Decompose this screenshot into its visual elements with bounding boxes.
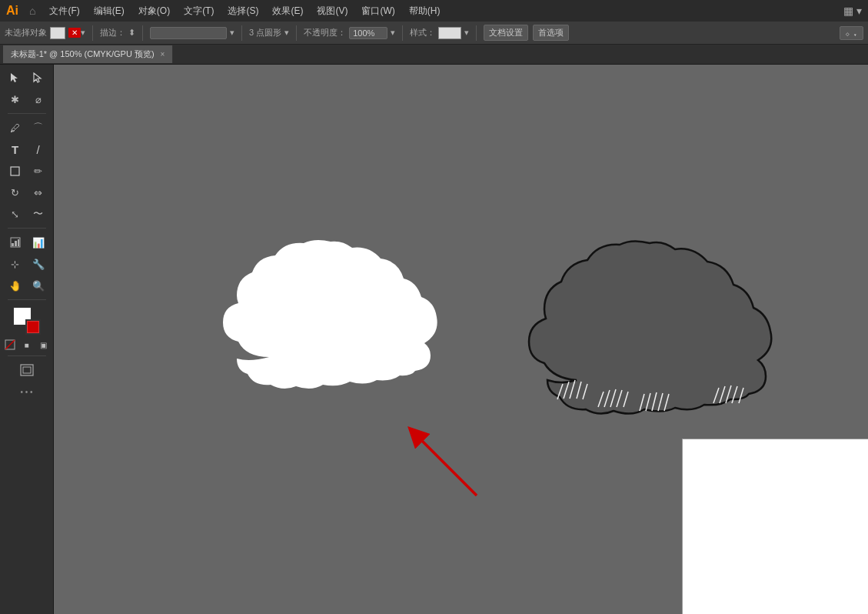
- opacity-input[interactable]: [349, 27, 387, 39]
- type-tool[interactable]: T: [5, 139, 26, 159]
- tool-row-2: ✱ ⌀: [5, 89, 49, 109]
- menu-object[interactable]: 对象(O): [132, 3, 176, 19]
- stroke-section: 描边： ⬍: [100, 27, 135, 38]
- brush-arrow[interactable]: ▾: [230, 28, 234, 38]
- svg-rect-5: [15, 241, 17, 246]
- scale-tool[interactable]: ⤡: [5, 204, 26, 224]
- app-logo: Ai: [6, 4, 18, 18]
- gradient-btn[interactable]: ▣: [36, 338, 52, 352]
- hand-tool[interactable]: 🤚: [5, 275, 26, 295]
- point-label: 3 点圆形: [249, 27, 281, 38]
- direct-selection-tool[interactable]: [28, 68, 49, 88]
- style-swatch[interactable]: [438, 27, 461, 39]
- menu-view[interactable]: 视图(V): [311, 3, 354, 19]
- tool-row-10: 🤚 🔍: [5, 275, 49, 295]
- stroke-updown[interactable]: ⬍: [128, 28, 135, 38]
- toolbar-right: ⬦ ▾: [840, 26, 863, 40]
- graph-tool[interactable]: [5, 232, 26, 252]
- svg-rect-9: [21, 365, 33, 375]
- menu-edit[interactable]: 编辑(E): [88, 3, 131, 19]
- toolbar: 未选择对象 ✕ ▾ 描边： ⬍ ▾ 3 点圆形 ▾ 不透明度： ▾ 样式： ▾ …: [0, 22, 868, 45]
- style-arrow[interactable]: ▾: [464, 28, 469, 38]
- style-section: 样式： ▾: [410, 27, 469, 39]
- tool-row-4: T /: [5, 139, 49, 159]
- selection-tool[interactable]: [5, 68, 26, 88]
- fill-swatch[interactable]: [50, 27, 65, 39]
- left-toolbar: ✱ ⌀ 🖊 ⌒ T / ✏ ↻ ⇔ ⤡ 〜: [0, 65, 54, 614]
- document-tab[interactable]: 未标题-1* @ 150% (CMYK/GPU 预览) ×: [3, 45, 173, 63]
- tool-row-1: [5, 68, 49, 88]
- doc-settings-btn[interactable]: 文档设置: [484, 25, 528, 41]
- eyedropper-tool[interactable]: 🔧: [28, 254, 49, 274]
- warp-tool[interactable]: 〜: [28, 204, 49, 224]
- pen-tool[interactable]: 🖊: [5, 118, 26, 138]
- svg-marker-1: [34, 73, 41, 82]
- tool-row-icons: [16, 360, 38, 380]
- preferences-btn[interactable]: 首选项: [533, 25, 569, 41]
- rect-tool[interactable]: [5, 161, 26, 181]
- no-selection-label: 未选择对象: [5, 27, 47, 38]
- menu-text[interactable]: 文字(T): [178, 3, 220, 19]
- svg-marker-0: [11, 73, 18, 82]
- extra-btn[interactable]: ⬦ ▾: [840, 26, 863, 40]
- svg-rect-2: [11, 167, 19, 175]
- menu-bar: 文件(F) 编辑(E) 对象(O) 文字(T) 选择(S) 效果(E) 视图(V…: [43, 3, 446, 19]
- separator-1: [92, 25, 93, 41]
- title-bar: Ai ⌂ 文件(F) 编辑(E) 对象(O) 文字(T) 选择(S) 效果(E)…: [0, 0, 868, 22]
- tool-sep-2: [8, 228, 46, 229]
- lasso-tool[interactable]: ⌀: [28, 89, 49, 109]
- tool-sep-1: [8, 113, 46, 114]
- menu-window[interactable]: 窗口(W): [355, 3, 401, 19]
- fill-stroke-indicator[interactable]: [13, 307, 41, 335]
- tool-sep-4: [8, 355, 46, 356]
- home-icon[interactable]: ⌂: [29, 5, 35, 17]
- column-graph-tool[interactable]: 📊: [28, 232, 49, 252]
- dark-cloud[interactable]: [515, 234, 800, 434]
- more-tools-btn[interactable]: • • •: [16, 382, 38, 402]
- line-tool[interactable]: /: [28, 139, 49, 159]
- separator-2: [142, 25, 143, 41]
- menu-help[interactable]: 帮助(H): [403, 3, 447, 19]
- white-cloud[interactable]: [208, 234, 454, 403]
- zoom-tool[interactable]: 🔍: [28, 275, 49, 295]
- opacity-arrow[interactable]: ▾: [391, 28, 395, 38]
- layout-switcher[interactable]: ▦ ▾: [843, 5, 862, 17]
- menu-effect[interactable]: 效果(E): [266, 3, 309, 19]
- menu-file[interactable]: 文件(F): [43, 3, 85, 19]
- reflect-tool[interactable]: ⇔: [28, 182, 49, 202]
- canvas-area[interactable]: [54, 65, 868, 614]
- point-arrow[interactable]: ▾: [284, 28, 289, 38]
- color-btn[interactable]: ■: [19, 338, 35, 352]
- magic-wand-tool[interactable]: ✱: [5, 89, 26, 109]
- tab-title: 未标题-1* @ 150% (CMYK/GPU 预览): [11, 48, 155, 60]
- slice-tool[interactable]: ⊹: [5, 254, 26, 274]
- brush-input[interactable]: [150, 27, 227, 39]
- red-arrow: [400, 419, 492, 511]
- tool-sep-3: [8, 299, 46, 300]
- point-section: 3 点圆形 ▾: [249, 27, 289, 38]
- tool-row-6: ↻ ⇔: [5, 182, 49, 202]
- separator-3: [241, 25, 242, 41]
- svg-rect-10: [23, 367, 31, 373]
- tool-row-3: 🖊 ⌒: [5, 118, 49, 138]
- svg-line-32: [415, 434, 477, 496]
- tab-bar: 未标题-1* @ 150% (CMYK/GPU 预览) ×: [0, 45, 868, 65]
- stroke-label: 描边：: [100, 27, 125, 38]
- title-right: ▦ ▾: [843, 5, 862, 17]
- separator-5: [402, 25, 403, 41]
- paintbrush-tool[interactable]: ✏: [28, 161, 49, 181]
- menu-select[interactable]: 选择(S): [221, 3, 264, 19]
- draw-inside-btn[interactable]: [16, 360, 38, 380]
- tool-row-5: ✏: [5, 161, 49, 181]
- stroke-box[interactable]: [25, 319, 41, 335]
- selection-info: 未选择对象 ✕ ▾: [5, 27, 85, 39]
- stroke-mode-btn[interactable]: ✕ ▾: [68, 28, 85, 38]
- none-fill-btn[interactable]: [2, 338, 18, 352]
- rotate-tool[interactable]: ↻: [5, 182, 26, 202]
- svg-rect-6: [18, 239, 19, 246]
- style-label: 样式：: [410, 27, 435, 38]
- curvature-tool[interactable]: ⌒: [28, 118, 49, 138]
- svg-line-8: [5, 340, 15, 349]
- tab-close-btn[interactable]: ×: [161, 50, 165, 58]
- color-mode-row: ■ ▣: [2, 338, 52, 352]
